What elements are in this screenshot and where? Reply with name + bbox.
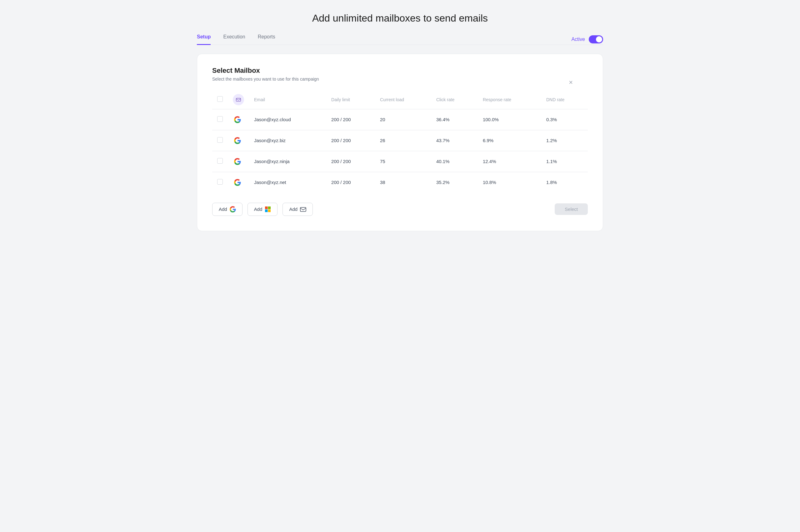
row-daily-limit: 200 / 200 xyxy=(326,130,375,151)
row-click-rate: 43.7% xyxy=(431,130,478,151)
header-checkbox-cell xyxy=(212,90,228,109)
row-current-load: 38 xyxy=(375,172,431,193)
mail-icon-circle xyxy=(233,94,244,105)
row-dnd-rate: 0.3% xyxy=(541,109,588,130)
svg-rect-4 xyxy=(268,209,271,212)
footer-left: Add Add xyxy=(212,203,313,216)
svg-rect-3 xyxy=(265,209,268,212)
row-icon-cell xyxy=(228,109,249,130)
google-row-icon xyxy=(233,157,242,166)
svg-rect-5 xyxy=(300,207,306,211)
row-dnd-rate: 1.8% xyxy=(541,172,588,193)
row-daily-limit: 200 / 200 xyxy=(326,172,375,193)
row-current-load: 75 xyxy=(375,151,431,172)
add-email-button[interactable]: Add xyxy=(282,203,313,216)
row-checkbox-cell xyxy=(212,130,228,151)
row-email: Jason@xyz.cloud xyxy=(249,109,326,130)
col-response-rate: Response rate xyxy=(478,90,541,109)
add-microsoft-label: Add xyxy=(254,207,262,212)
row-email: Jason@xyz.ninja xyxy=(249,151,326,172)
active-toggle[interactable] xyxy=(589,35,603,43)
tab-setup[interactable]: Setup xyxy=(197,34,211,45)
table-row: Jason@xyz.ninja 200 / 200 75 40.1% 12.4%… xyxy=(212,151,588,172)
tab-execution[interactable]: Execution xyxy=(223,34,245,45)
card-header: Select Mailbox Select the mailboxes you … xyxy=(212,66,588,81)
mailbox-table: Email Daily limit Current load Click rat… xyxy=(212,90,588,193)
row-checkbox-3[interactable] xyxy=(217,179,223,185)
select-mailbox-card: Select Mailbox Select the mailboxes you … xyxy=(197,54,603,231)
table-row: Jason@xyz.cloud 200 / 200 20 36.4% 100.0… xyxy=(212,109,588,130)
row-email: Jason@xyz.biz xyxy=(249,130,326,151)
row-click-rate: 35.2% xyxy=(431,172,478,193)
row-response-rate: 6.9% xyxy=(478,130,541,151)
row-icon-cell xyxy=(228,130,249,151)
tabs-right: Active xyxy=(571,35,603,43)
google-row-icon xyxy=(233,178,242,187)
svg-rect-2 xyxy=(268,207,271,209)
col-daily-limit: Daily limit xyxy=(326,90,375,109)
row-icon-cell xyxy=(228,172,249,193)
google-row-icon xyxy=(233,136,242,145)
close-button[interactable]: × xyxy=(569,79,573,86)
row-click-rate: 36.4% xyxy=(431,109,478,130)
table-row: Jason@xyz.biz 200 / 200 26 43.7% 6.9% 1.… xyxy=(212,130,588,151)
google-row-icon xyxy=(233,115,242,124)
card-inner: Select Mailbox Select the mailboxes you … xyxy=(212,66,588,216)
card-footer: Add Add xyxy=(212,203,588,216)
table-row: Jason@xyz.net 200 / 200 38 35.2% 10.8% 1… xyxy=(212,172,588,193)
add-email-label: Add xyxy=(289,207,298,212)
row-checkbox-2[interactable] xyxy=(217,158,223,164)
row-dnd-rate: 1.2% xyxy=(541,130,588,151)
add-microsoft-button[interactable]: Add xyxy=(247,203,278,216)
row-current-load: 20 xyxy=(375,109,431,130)
row-checkbox-cell xyxy=(212,151,228,172)
select-button[interactable]: Select xyxy=(555,203,588,215)
row-current-load: 26 xyxy=(375,130,431,151)
row-email: Jason@xyz.net xyxy=(249,172,326,193)
active-label: Active xyxy=(571,37,585,42)
row-checkbox-1[interactable] xyxy=(217,137,223,143)
row-response-rate: 12.4% xyxy=(478,151,541,172)
row-daily-limit: 200 / 200 xyxy=(326,109,375,130)
tab-reports[interactable]: Reports xyxy=(258,34,275,45)
tabs-left: Setup Execution Reports xyxy=(197,34,275,45)
row-checkbox-0[interactable] xyxy=(217,116,223,122)
page-title: Add unlimited mailboxes to send emails xyxy=(312,13,488,24)
row-response-rate: 100.0% xyxy=(478,109,541,130)
card-title: Select Mailbox xyxy=(212,66,588,75)
email-icon xyxy=(300,206,306,212)
add-google-button[interactable]: Add xyxy=(212,203,242,216)
row-checkbox-cell xyxy=(212,109,228,130)
col-dnd-rate: DND rate xyxy=(541,90,588,109)
card-subtitle: Select the mailboxes you want to use for… xyxy=(212,77,588,81)
row-icon-cell xyxy=(228,151,249,172)
header-icon-cell xyxy=(228,90,249,109)
select-all-checkbox[interactable] xyxy=(217,96,223,102)
col-click-rate: Click rate xyxy=(431,90,478,109)
microsoft-icon xyxy=(265,206,271,212)
col-current-load: Current load xyxy=(375,90,431,109)
col-email: Email xyxy=(249,90,326,109)
row-daily-limit: 200 / 200 xyxy=(326,151,375,172)
row-checkbox-cell xyxy=(212,172,228,193)
row-click-rate: 40.1% xyxy=(431,151,478,172)
google-icon xyxy=(230,206,236,212)
row-response-rate: 10.8% xyxy=(478,172,541,193)
row-dnd-rate: 1.1% xyxy=(541,151,588,172)
svg-rect-1 xyxy=(265,207,268,209)
add-google-label: Add xyxy=(219,207,227,212)
tabs-bar: Setup Execution Reports Active xyxy=(197,34,603,45)
svg-rect-0 xyxy=(236,98,241,101)
mail-icon xyxy=(236,97,241,102)
